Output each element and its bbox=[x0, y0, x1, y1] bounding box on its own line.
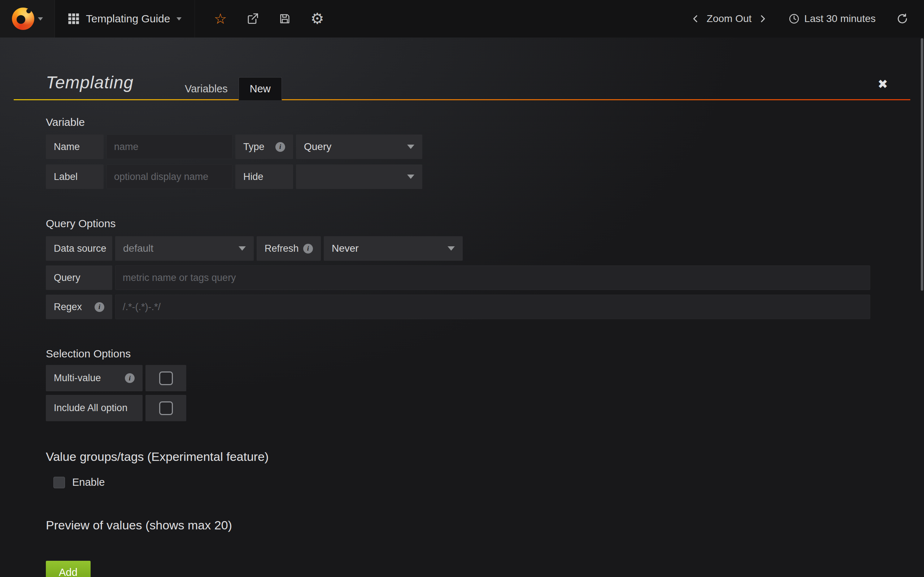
scrollbar[interactable] bbox=[921, 38, 923, 291]
form-row: Regex i bbox=[46, 295, 910, 319]
time-range-picker[interactable]: Last 30 minutes bbox=[788, 13, 876, 24]
zoom-out-button[interactable]: Zoom Out bbox=[707, 13, 751, 24]
query-input[interactable] bbox=[115, 266, 870, 290]
caret-down-icon bbox=[239, 246, 246, 251]
form-row: Data source default Refresh i Never bbox=[46, 236, 910, 261]
query-label: Query bbox=[46, 266, 112, 290]
tabs: Variables New bbox=[174, 77, 282, 100]
dashboard-grid-icon bbox=[68, 13, 79, 24]
header-underline bbox=[14, 99, 910, 100]
refresh-icon[interactable] bbox=[897, 13, 908, 24]
navbar: Templating Guide ☆ ⚙ Zoom Out bbox=[0, 0, 924, 37]
section-heading-variable: Variable bbox=[46, 116, 910, 128]
type-select-value: Query bbox=[304, 141, 331, 153]
hide-select[interactable] bbox=[296, 164, 422, 189]
name-input[interactable] bbox=[107, 134, 233, 159]
section-heading-query-options: Query Options bbox=[46, 218, 910, 230]
settings-gear-icon[interactable]: ⚙ bbox=[310, 11, 324, 26]
grafana-logo-icon bbox=[12, 8, 34, 30]
form-row: Name Type i Query bbox=[46, 134, 910, 159]
time-shift-forward-button[interactable] bbox=[757, 14, 767, 24]
tab-variables[interactable]: Variables bbox=[174, 77, 239, 100]
caret-down-icon bbox=[407, 145, 414, 149]
settings-header: Templating Variables New ✖ bbox=[14, 37, 910, 100]
refresh-label-text: Refresh bbox=[265, 243, 299, 254]
type-label: Type i bbox=[235, 134, 293, 159]
close-icon[interactable]: ✖ bbox=[878, 78, 888, 90]
logo-notch bbox=[26, 9, 31, 13]
section-heading-selection-options: Selection Options bbox=[46, 348, 910, 360]
info-icon[interactable]: i bbox=[303, 244, 313, 253]
info-icon[interactable]: i bbox=[125, 373, 135, 383]
section-heading-value-groups: Value groups/tags (Experimental feature) bbox=[46, 450, 910, 464]
data-source-label: Data source bbox=[46, 236, 112, 261]
type-label-text: Type bbox=[243, 141, 265, 153]
info-icon[interactable]: i bbox=[95, 302, 104, 312]
refresh-select[interactable]: Never bbox=[324, 236, 463, 261]
star-icon[interactable]: ☆ bbox=[214, 11, 227, 26]
dashboard-picker[interactable]: Templating Guide bbox=[55, 0, 195, 37]
page-title: Templating bbox=[46, 73, 134, 92]
share-icon[interactable] bbox=[246, 12, 259, 25]
name-label: Name bbox=[46, 134, 103, 159]
form-row: Query bbox=[46, 266, 910, 290]
tab-new[interactable]: New bbox=[239, 77, 282, 100]
dashboard-title: Templating Guide bbox=[86, 13, 170, 25]
hide-label: Hide bbox=[235, 164, 293, 189]
label-label: Label bbox=[46, 164, 103, 189]
data-source-select-value: default bbox=[123, 243, 153, 254]
data-source-select[interactable]: default bbox=[115, 236, 254, 261]
regex-label: Regex i bbox=[46, 295, 112, 319]
include-all-label: Include All option bbox=[46, 395, 142, 421]
multi-value-checkbox[interactable] bbox=[145, 365, 186, 391]
regex-input[interactable] bbox=[115, 295, 870, 319]
settings-body: Variable Name Type i Query Label Hide Qu… bbox=[14, 116, 910, 577]
checkbox-unchecked-icon bbox=[159, 401, 173, 415]
type-select[interactable]: Query bbox=[296, 134, 422, 159]
multi-value-label: Multi-value i bbox=[46, 365, 142, 391]
multi-value-label-text: Multi-value bbox=[54, 372, 101, 384]
include-all-checkbox[interactable] bbox=[145, 395, 186, 421]
time-controls: Zoom Out Last 30 minutes bbox=[691, 0, 924, 37]
caret-down-icon bbox=[447, 246, 455, 251]
refresh-select-value: Never bbox=[332, 243, 359, 254]
add-button[interactable]: Add bbox=[46, 561, 90, 577]
enable-checkbox[interactable] bbox=[53, 477, 65, 488]
time-shift-back-button[interactable] bbox=[691, 14, 701, 24]
refresh-label: Refresh i bbox=[257, 236, 321, 261]
dashboard-actions: ☆ ⚙ bbox=[195, 0, 343, 37]
caret-down-icon bbox=[407, 174, 414, 179]
clock-icon bbox=[788, 13, 800, 24]
time-range-label: Last 30 minutes bbox=[804, 13, 876, 24]
templating-settings-view: Templating Variables New ✖ Variable Name… bbox=[14, 37, 910, 577]
info-icon[interactable]: i bbox=[275, 142, 285, 152]
org-menu-button[interactable] bbox=[0, 0, 55, 37]
label-input[interactable] bbox=[107, 164, 233, 189]
section-heading-preview: Preview of values (shows max 20) bbox=[46, 518, 910, 532]
form-row: Multi-value i bbox=[46, 365, 910, 391]
checkbox-unchecked-icon bbox=[159, 371, 173, 385]
caret-down-icon bbox=[38, 17, 43, 21]
regex-label-text: Regex bbox=[54, 301, 82, 313]
save-icon[interactable] bbox=[279, 13, 291, 25]
caret-down-icon bbox=[176, 17, 181, 21]
enable-row: Enable bbox=[46, 476, 910, 488]
form-row: Label Hide bbox=[46, 164, 910, 189]
enable-label: Enable bbox=[72, 476, 105, 488]
form-row: Include All option bbox=[46, 395, 910, 421]
